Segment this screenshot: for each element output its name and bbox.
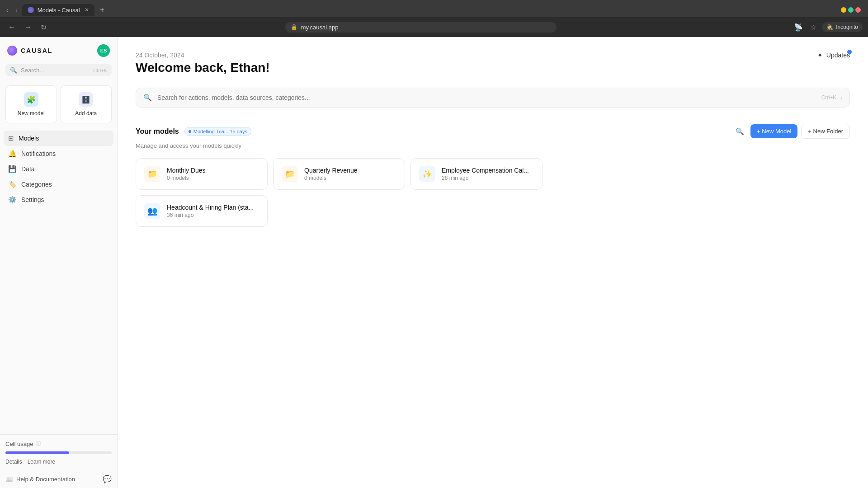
model-card-employee-comp[interactable]: ✨ Employee Compensation Cal... 28 min ag…	[410, 158, 542, 190]
headcount-icon: 👥	[144, 203, 160, 219]
model-card-quarterly-revenue[interactable]: 📁 Quarterly Revenue 0 models	[273, 158, 405, 190]
sidebar-item-notifications[interactable]: 🔔 Notifications	[4, 146, 113, 161]
maximize-btn[interactable]	[848, 7, 854, 13]
monthly-dues-name: Monthly Dues	[167, 167, 259, 174]
back-btn[interactable]: ←	[5, 21, 18, 33]
address-bar[interactable]	[301, 24, 551, 31]
close-btn[interactable]	[855, 7, 861, 13]
models-title: Your models	[136, 127, 179, 136]
lock-icon: 🔒	[291, 24, 297, 30]
new-model-btn-label: + New Model	[757, 128, 791, 135]
models-search-btn[interactable]: 🔍	[733, 125, 747, 138]
updates-btn[interactable]: ✦ Updates	[817, 52, 850, 59]
main-search-bar[interactable]: 🔍 Ctrl+K ›	[136, 88, 850, 108]
monthly-dues-info: Monthly Dues 0 models	[167, 167, 259, 181]
new-folder-btn-label: + New Folder	[808, 128, 843, 135]
sidebar: CAUSAL ES 🔍 Search... Ctrl+K 🧩 New model…	[0, 37, 118, 488]
chat-icon: 💬	[103, 475, 112, 483]
bookmark-icon[interactable]: ☆	[808, 21, 818, 33]
minimize-btn[interactable]	[841, 7, 846, 13]
sidebar-item-categories-label: Categories	[21, 181, 52, 188]
search-icon: 🔍	[10, 67, 17, 74]
tab-title: Models - Causal	[38, 7, 80, 14]
welcome-header: 24 October, 2024 Welcome back, Ethan! ✦ …	[136, 52, 850, 75]
main-search-shortcut: Ctrl+K	[821, 94, 837, 101]
tab-close-btn[interactable]: ✕	[85, 7, 89, 13]
browser-tabs: ‹ › Models - Causal ✕ +	[0, 0, 868, 17]
employee-comp-icon: ✨	[419, 166, 435, 182]
main-search-input[interactable]	[157, 94, 816, 101]
new-folder-btn[interactable]: + New Folder	[801, 124, 850, 139]
browser-tab[interactable]: Models - Causal ✕	[22, 4, 94, 16]
headcount-meta: 36 min ago	[167, 212, 259, 218]
model-card-monthly-dues[interactable]: 📁 Monthly Dues 0 models	[136, 158, 268, 190]
browser-chrome: ‹ › Models - Causal ✕ + ← → ↻ 🔒 📡 ☆ 🕵️ I…	[0, 0, 868, 37]
sidebar-nav: ⊞ Models 🔔 Notifications 💾 Data 🏷️ Categ…	[0, 129, 117, 434]
tab-back-btn[interactable]: ‹	[4, 5, 11, 15]
new-model-icon: 🧩	[24, 92, 38, 107]
cell-usage-links: Details Learn more	[5, 459, 112, 465]
cell-usage-label: Cell usage	[5, 441, 33, 447]
logo-text: CAUSAL	[21, 47, 52, 54]
cell-usage-info-icon: ⓘ	[36, 440, 41, 448]
welcome-text-area: 24 October, 2024 Welcome back, Ethan!	[136, 52, 270, 75]
search-shortcut: Ctrl+K	[93, 68, 107, 73]
new-model-btn[interactable]: + New Model	[750, 124, 797, 138]
logo-area: CAUSAL	[7, 46, 52, 56]
forward-btn[interactable]: →	[22, 21, 34, 33]
new-tab-btn[interactable]: +	[96, 5, 108, 16]
help-btn[interactable]: 📖 Help & Documentation	[5, 476, 75, 483]
categories-icon: 🏷️	[8, 180, 17, 188]
main-search-icon: 🔍	[143, 94, 152, 102]
cell-usage-fill	[5, 451, 69, 454]
headcount-info: Headcount & Hiring Plan (sta... 36 min a…	[167, 204, 259, 218]
sidebar-item-notifications-label: Notifications	[21, 150, 56, 157]
help-icon: 📖	[5, 476, 13, 483]
search-arrow-icon: ›	[840, 94, 842, 101]
sidebar-item-data[interactable]: 💾 Data	[4, 161, 113, 177]
search-placeholder-text: Search...	[21, 67, 90, 74]
logo-icon	[7, 46, 17, 56]
sidebar-item-settings[interactable]: ⚙️ Settings	[4, 192, 113, 207]
refresh-btn[interactable]: ↻	[38, 21, 49, 33]
models-actions: 🔍 + New Model + New Folder	[733, 124, 850, 139]
add-data-card[interactable]: 🗄️ Add data	[61, 85, 112, 123]
sidebar-item-data-label: Data	[21, 165, 35, 173]
tab-favicon	[28, 7, 34, 13]
sidebar-search[interactable]: 🔍 Search... Ctrl+K	[5, 64, 112, 76]
sidebar-item-models[interactable]: ⊞ Models	[4, 131, 113, 146]
model-card-headcount[interactable]: 👥 Headcount & Hiring Plan (sta... 36 min…	[136, 195, 268, 227]
toolbar-right: 📡 ☆ 🕵️ Incognito	[792, 21, 863, 33]
employee-comp-meta: 28 min ago	[442, 175, 534, 181]
models-icon: ⊞	[8, 134, 14, 142]
chat-btn[interactable]: 💬	[103, 475, 112, 483]
monthly-dues-icon: 📁	[144, 166, 160, 182]
cast-icon[interactable]: 📡	[792, 21, 805, 33]
main-content: 24 October, 2024 Welcome back, Ethan! ✦ …	[118, 37, 868, 488]
sidebar-item-categories[interactable]: 🏷️ Categories	[4, 177, 113, 192]
welcome-title: Welcome back, Ethan!	[136, 61, 270, 75]
avatar[interactable]: ES	[97, 44, 110, 57]
updates-icon: ✦	[817, 52, 823, 59]
quarterly-revenue-info: Quarterly Revenue 0 models	[304, 167, 396, 181]
models-header: Your models Modelling Trial - 15 days 🔍 …	[136, 124, 850, 139]
cell-usage-header: Cell usage ⓘ	[5, 440, 112, 448]
tab-forward-btn[interactable]: ›	[13, 5, 20, 15]
app-container: CAUSAL ES 🔍 Search... Ctrl+K 🧩 New model…	[0, 37, 868, 488]
add-data-label: Add data	[75, 110, 97, 117]
new-model-card[interactable]: 🧩 New model	[5, 85, 57, 123]
details-link[interactable]: Details	[5, 459, 22, 465]
data-icon: 💾	[8, 165, 17, 173]
quarterly-revenue-meta: 0 models	[304, 175, 396, 181]
monthly-dues-meta: 0 models	[167, 175, 259, 181]
quarterly-revenue-name: Quarterly Revenue	[304, 167, 396, 174]
incognito-btn[interactable]: 🕵️ Incognito	[822, 22, 863, 32]
sidebar-footer: 📖 Help & Documentation 💬	[0, 470, 117, 488]
trial-badge: Modelling Trial - 15 days	[184, 127, 251, 136]
browser-toolbar: ← → ↻ 🔒 📡 ☆ 🕵️ Incognito	[0, 17, 868, 37]
address-bar-wrap[interactable]: 🔒	[285, 22, 557, 33]
quarterly-revenue-icon: 📁	[282, 166, 298, 182]
trial-dot	[189, 130, 191, 133]
employee-comp-info: Employee Compensation Cal... 28 min ago	[442, 167, 534, 181]
learn-more-link[interactable]: Learn more	[28, 459, 55, 465]
